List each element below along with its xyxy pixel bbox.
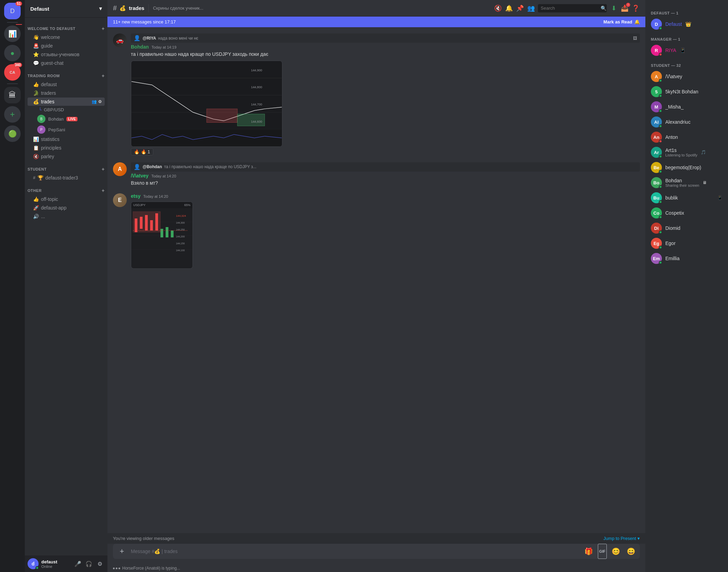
channel-defaust[interactable]: 👍 defaust [28, 80, 105, 89]
mic-button[interactable]: 🎤 [73, 559, 83, 569]
emoji-button[interactable]: 😄 [625, 544, 637, 559]
voice-user-bohdan[interactable]: B Bohdan LIVE [28, 114, 105, 124]
category-trading-room[interactable]: TRADING ROOM + [25, 68, 107, 80]
member-name-riya: RIYA [665, 48, 676, 53]
server-icon-add[interactable]: + [4, 106, 21, 123]
member-status-atvey [659, 79, 662, 82]
member-begemotiq[interactable]: Be begemotiq(Erop) [648, 160, 725, 175]
member-status-diomid [659, 231, 662, 234]
member-riya[interactable]: R RIYA 📱 [648, 43, 725, 58]
server-icon-defaust-logo[interactable]: 🏛 [4, 87, 21, 103]
mobile-chart-header: USDJPY 65% [131, 202, 193, 208]
member-badge-riya: 📱 [680, 48, 686, 53]
message-3: E etsy Today at 14:20 USDJPY 65% [113, 193, 640, 269]
members-icon[interactable]: 👥 [527, 4, 535, 12]
member-art1s[interactable]: Ar Art1s Listening to Spotify 🎵 [648, 145, 725, 160]
message-2: A 👤 @Bohdan та і правильно нашо нада кра… [113, 162, 640, 187]
channel-name-more: ... [41, 214, 102, 219]
reaction-fire[interactable]: 🔥 🔥 1 [131, 148, 153, 155]
message-text-2: Взяло в мт? [131, 180, 640, 187]
channel-more[interactable]: 🔊 ... [28, 212, 105, 221]
typing-dot-1 [113, 568, 115, 569]
chevron-down-icon: ▾ [99, 6, 102, 12]
voice-user-pepsani[interactable]: P PepSani [28, 124, 105, 135]
chat-input[interactable] [131, 544, 580, 558]
channel-trades[interactable]: 💰 trades 👥 ⚙ [28, 98, 105, 106]
member-diomid[interactable]: Di Diomid [648, 221, 725, 236]
channel-guest-chat[interactable]: 💬 guest-chat [28, 59, 105, 67]
channel-parley[interactable]: 🔇 parley [28, 152, 105, 161]
member-cospetix[interactable]: Co Cospetix [648, 205, 725, 221]
channel-statistics[interactable]: 📊 statistics [28, 135, 105, 143]
channel-traders[interactable]: 🐊 traders [28, 89, 105, 97]
plus-icon[interactable]: + [102, 26, 105, 31]
hash-icon: # [113, 4, 117, 12]
server-header[interactable]: Defaust ▾ [25, 0, 107, 18]
server-icon-green[interactable]: 🟢 [4, 125, 21, 142]
server-badge: 51 [15, 1, 22, 6]
channel-name-parley: parley [41, 154, 102, 159]
inbox-icon[interactable]: 📥 ! [621, 4, 629, 12]
plus-icon-trading[interactable]: + [102, 73, 105, 79]
chart-svg-1: 144,900 144,800 144,700 144,600 [131, 61, 282, 146]
message-avatar-bohdan: 🚗 [113, 33, 127, 47]
member-anton[interactable]: An Anton [648, 130, 725, 145]
settings-button[interactable]: ⚙ [95, 559, 105, 569]
mute-icon[interactable]: 🔇 [494, 4, 502, 12]
member-bohdan[interactable]: Bo Bohdan Sharing their screen 🖥 [648, 175, 725, 190]
channel-welcome[interactable]: 👋 welcome [28, 33, 105, 41]
channel-reviews[interactable]: ⭐ отзывы-учеников [28, 50, 105, 59]
channel-defaust-app[interactable]: 🚀 defaust-app [28, 204, 105, 212]
message-content-3: etsy Today at 14:20 USDJPY 65% [131, 193, 640, 269]
member-defaust[interactable]: D Defaust 👑 [648, 17, 725, 32]
channel-name-statistics: statistics [41, 136, 102, 142]
channel-off-topic[interactable]: 👍 off-topic [28, 195, 105, 203]
jump-to-present-button[interactable]: Jump to Present ▾ [603, 536, 640, 541]
member-atvey[interactable]: A /\/\atvey [648, 69, 725, 84]
member-5kyn3t[interactable]: 5 5kyN3t Bohdan [648, 84, 725, 99]
member-status-defaust [659, 27, 662, 30]
category-student[interactable]: STUDENT + [25, 161, 107, 173]
sticker-button[interactable]: 😊 [610, 544, 622, 559]
plus-icon-student[interactable]: + [102, 166, 105, 172]
mark-as-read-button[interactable]: Mark as Read 🔔 [603, 19, 640, 24]
settings-icon[interactable]: ⚙ [98, 99, 102, 104]
member-status-art1s [659, 155, 662, 158]
reply-author-2: @Bohdan [143, 164, 162, 169]
message-author-bohdan: Bohdan [131, 44, 149, 50]
category-other[interactable]: OTHER + [25, 182, 107, 195]
bell-icon[interactable]: 🔔 [505, 4, 513, 12]
gift-button[interactable]: 🎁 [583, 544, 595, 559]
search-bar[interactable]: 🔍 [538, 4, 607, 12]
gif-button[interactable]: GIF [598, 544, 607, 559]
member-avatar-bublik: Bu [651, 192, 662, 203]
member-emillia[interactable]: Em Emillia [648, 251, 725, 266]
typing-indicator: HorseForce (Anatoli) is typing... [107, 564, 645, 572]
server-icon-3[interactable]: ● [4, 45, 21, 61]
headphones-button[interactable]: 🎧 [84, 559, 94, 569]
channel-principles[interactable]: 📋 principles [28, 144, 105, 152]
channel-name-header: trades [129, 5, 144, 11]
plus-icon-other[interactable]: + [102, 188, 105, 193]
pin-icon[interactable]: 📌 [516, 4, 524, 12]
server-icon-4[interactable]: CA 340 [4, 64, 21, 81]
members-category-manager: MANAGER — 1 [648, 32, 725, 43]
help-icon[interactable]: ❓ [632, 4, 640, 12]
category-welcome[interactable]: WELCOME TO DEFAUST + [25, 20, 107, 33]
sub-channel-gbp-usd[interactable]: └ GBP/USD [28, 106, 105, 113]
add-member-icon[interactable]: 👥 [92, 99, 97, 104]
member-egor[interactable]: Eg Egor [648, 236, 725, 251]
download-icon[interactable]: ⬇ [610, 4, 618, 12]
server-icon-2[interactable]: 📊 [4, 25, 21, 42]
search-input[interactable] [541, 6, 599, 11]
member-bublik[interactable]: Bu bublik 📱 [648, 190, 725, 205]
member-badge-bohdan: 🖥 [703, 180, 707, 185]
add-button[interactable]: + [116, 544, 128, 559]
channel-guide[interactable]: 🚨 guide [28, 42, 105, 50]
server-icon-defaust[interactable]: D 51 [4, 3, 21, 19]
channel-defaust-trader3[interactable]: # 🏆 defaust-trader3 [28, 174, 105, 182]
member-status-bublik [659, 200, 662, 204]
member-misha[interactable]: M _Misha_ [648, 99, 725, 114]
member-name-defaust: Defaust [665, 21, 682, 27]
member-alexandriuc[interactable]: Al Alexandriuc [648, 114, 725, 130]
